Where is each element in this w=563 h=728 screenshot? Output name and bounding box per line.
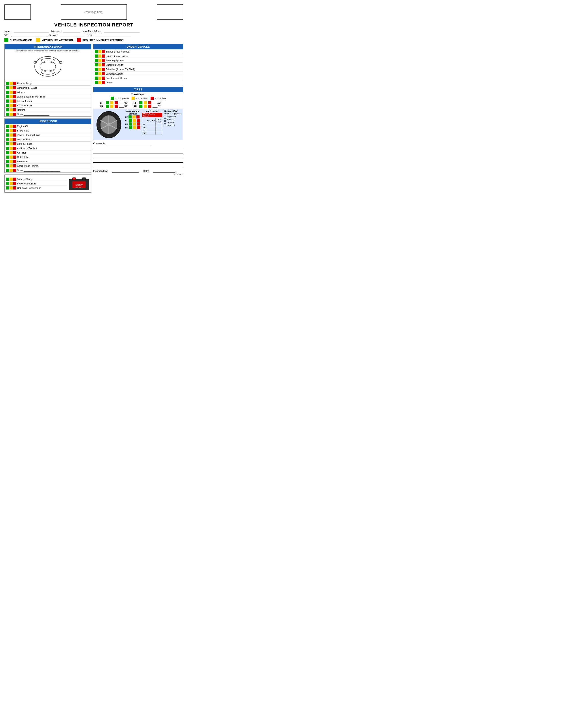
tire-wear-lr: LR bbox=[125, 122, 140, 126]
mileage-label: Mileage: bbox=[51, 30, 60, 32]
form-number: Form #103 bbox=[93, 173, 183, 176]
air-rf-before[interactable] bbox=[146, 126, 156, 129]
new-tire-check: New Tire bbox=[164, 124, 182, 126]
vin-field[interactable] bbox=[11, 34, 47, 36]
list-item: Shocks & Struts bbox=[93, 63, 183, 67]
svg-text:Mighty: Mighty bbox=[75, 184, 83, 186]
list-item: Heating bbox=[5, 108, 91, 112]
rr-green[interactable] bbox=[139, 105, 142, 108]
air-lf-oem[interactable] bbox=[156, 123, 162, 126]
interior-exterior-header: INTERIOR/EXTERIOR bbox=[5, 44, 91, 49]
green-square bbox=[4, 38, 8, 42]
lf-green[interactable] bbox=[106, 101, 109, 104]
balance-label: Balance bbox=[167, 118, 174, 121]
tread-green-sq bbox=[111, 97, 114, 100]
list-item: Other ___________________________ bbox=[5, 168, 91, 173]
wear-lr-green[interactable] bbox=[129, 122, 132, 126]
mileage-field[interactable] bbox=[63, 30, 80, 32]
comments-label: Comments: bbox=[93, 142, 105, 145]
inspected-by-field[interactable] bbox=[112, 170, 139, 173]
battery-checks: Battery ChargeBattery ConditionCables & … bbox=[5, 177, 67, 190]
tread-yellow-label: 3/32" to 6/32" bbox=[135, 97, 148, 99]
date-field[interactable] bbox=[153, 170, 175, 173]
lf-red[interactable] bbox=[115, 101, 118, 104]
wear-rf-green[interactable] bbox=[129, 119, 132, 122]
rf-red[interactable] bbox=[148, 101, 151, 104]
left-column: INTERIOR/EXTERIOR NOTE ANY EXISTING EXTE… bbox=[4, 44, 91, 193]
comment-line-1[interactable] bbox=[93, 147, 183, 149]
name-label: Name: bbox=[4, 30, 11, 32]
air-header-blank bbox=[142, 118, 146, 123]
air-pressure-title: Air Pressure bbox=[142, 110, 162, 112]
list-item: Power Steering Fluid bbox=[5, 133, 91, 137]
rf-label: RF bbox=[133, 102, 138, 104]
air-rr-before[interactable] bbox=[146, 132, 156, 135]
tire-wear-col: Wear Pattern/ Damage LF RF LR bbox=[124, 109, 141, 140]
form-line-2: VIN: License: email: bbox=[4, 34, 183, 36]
list-item: Engine Oil bbox=[5, 124, 91, 128]
list-item: Other ___________________________ bbox=[93, 80, 183, 85]
comment-line-3[interactable] bbox=[93, 156, 183, 158]
wear-lf-yellow[interactable] bbox=[132, 115, 135, 118]
air-lr-before[interactable] bbox=[146, 129, 156, 132]
lr-red[interactable] bbox=[115, 105, 118, 108]
balance-checkbox[interactable] bbox=[164, 118, 166, 121]
comment-line-4[interactable] bbox=[93, 160, 183, 163]
new-tire-checkbox[interactable] bbox=[164, 124, 166, 126]
legend-checked-ok: CHECKED AND OK bbox=[4, 38, 32, 42]
car-top-view-svg bbox=[26, 53, 70, 80]
tread-red-item: 2/32" or less bbox=[150, 97, 166, 100]
comment-line-5[interactable] bbox=[93, 164, 183, 167]
air-lf-before[interactable] bbox=[146, 123, 156, 126]
tread-row-lf-rf: LF ____/32" RF ____/32" bbox=[100, 101, 176, 104]
under-vehicle-items: Brakes (Pads / Shoes)Brake Lines / Hoses… bbox=[93, 49, 183, 85]
wear-rf-red[interactable] bbox=[137, 119, 140, 122]
svg-point-18 bbox=[107, 123, 111, 126]
inspected-row: Inspected by: Date: bbox=[93, 170, 183, 173]
wear-rr-red[interactable] bbox=[137, 126, 140, 129]
list-item: Brake Lines / Hoses bbox=[93, 54, 183, 58]
year-make-model-field[interactable] bbox=[104, 30, 139, 32]
tread-legend: 7/32" or greater 3/32" to 6/32" 2/32" or… bbox=[93, 96, 183, 100]
wear-lf-red[interactable] bbox=[136, 115, 139, 118]
air-lr-label: LR bbox=[142, 129, 146, 132]
list-item: Belts & Hoses bbox=[5, 142, 91, 146]
alignment-checkbox[interactable] bbox=[164, 116, 166, 118]
lr-yellow[interactable] bbox=[110, 105, 113, 108]
underhood-items: Engine OilBrake FluidPower Steering Flui… bbox=[5, 124, 91, 173]
comments-field-1[interactable] bbox=[106, 142, 150, 145]
license-field[interactable] bbox=[60, 34, 84, 36]
rf-slash: ____/32" bbox=[152, 102, 161, 104]
alignment-label: Alignment bbox=[167, 116, 176, 118]
wear-rf-yellow[interactable] bbox=[133, 119, 136, 122]
wear-rr-yellow[interactable] bbox=[133, 126, 136, 129]
rr-red[interactable] bbox=[148, 105, 151, 108]
logo-placeholder-text: (Your logo here) bbox=[84, 11, 103, 14]
air-lf-label: LF bbox=[142, 123, 146, 126]
lf-yellow[interactable] bbox=[110, 101, 113, 104]
lr-green[interactable] bbox=[106, 105, 109, 108]
wear-lr-red[interactable] bbox=[137, 122, 140, 126]
list-item: Washer Fluid bbox=[5, 137, 91, 142]
comment-line-2[interactable] bbox=[93, 151, 183, 154]
rf-green[interactable] bbox=[139, 101, 142, 104]
rotation-checkbox[interactable] bbox=[164, 121, 166, 124]
rf-yellow[interactable] bbox=[144, 101, 147, 104]
air-rr-oem[interactable] bbox=[156, 132, 162, 135]
rr-yellow[interactable] bbox=[144, 105, 147, 108]
logo-box-center: (Your logo here) bbox=[61, 4, 127, 20]
wear-rr-green[interactable] bbox=[129, 126, 132, 129]
tire-check-title: Tire Check/ OE Interval Suggests: bbox=[164, 110, 182, 115]
tire-check-col: Tire Check/ OE Interval Suggests: Alignm… bbox=[163, 109, 183, 140]
list-item: Fuel Lines & Hoses bbox=[93, 76, 183, 80]
air-lr-oem[interactable] bbox=[156, 129, 162, 132]
name-field[interactable] bbox=[14, 30, 49, 32]
wear-lf-green[interactable] bbox=[128, 115, 132, 118]
wear-lr-yellow[interactable] bbox=[133, 122, 136, 126]
inspected-by-label: Inspected by: bbox=[93, 170, 107, 173]
email-field[interactable] bbox=[95, 34, 131, 36]
air-rf-oem[interactable] bbox=[156, 126, 162, 129]
tire-wear-lf: LF bbox=[125, 115, 140, 118]
list-item: Spark Plugs / Wires bbox=[5, 164, 91, 168]
list-item: AC Operation bbox=[5, 103, 91, 108]
